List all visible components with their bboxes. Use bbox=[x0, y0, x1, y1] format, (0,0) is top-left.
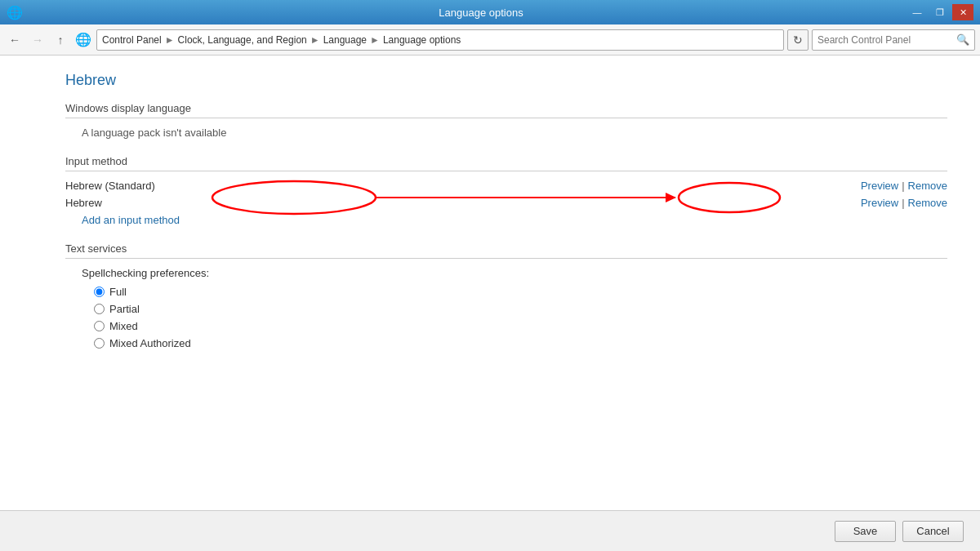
search-input[interactable] bbox=[817, 34, 953, 46]
minimize-button[interactable]: — bbox=[906, 4, 928, 20]
input-method-actions-1: Preview | Remove bbox=[861, 180, 947, 192]
radio-label-partial: Partial bbox=[109, 303, 140, 315]
radio-row-full: Full bbox=[94, 286, 947, 298]
add-input-method-link[interactable]: Add an input method bbox=[82, 214, 180, 226]
title-bar: 🌐 Language options — ❐ ✕ bbox=[0, 0, 980, 24]
remove-link-1[interactable]: Remove bbox=[908, 180, 947, 192]
window-title: Language options bbox=[56, 7, 906, 19]
radio-group-spellcheck: Full Partial Mixed Mixed Authorized bbox=[94, 286, 947, 349]
search-icon: 🔍 bbox=[956, 33, 969, 46]
back-button[interactable]: ← bbox=[5, 30, 24, 50]
radio-mixed-authorized[interactable] bbox=[94, 338, 105, 349]
breadcrumb-clock-lang-region[interactable]: Clock, Language, and Region bbox=[178, 34, 307, 46]
input-method-label: Input method bbox=[65, 155, 947, 167]
radio-mixed[interactable] bbox=[94, 321, 105, 331]
preview-link-2[interactable]: Preview bbox=[861, 197, 898, 209]
section-title: Hebrew bbox=[65, 72, 947, 89]
radio-row-partial: Partial bbox=[94, 303, 947, 315]
text-services-section: Text services Spellchecking preferences:… bbox=[65, 242, 947, 349]
remove-link-2[interactable]: Remove bbox=[908, 197, 947, 209]
radio-label-mixed: Mixed bbox=[109, 320, 138, 332]
breadcrumb-language-options[interactable]: Language options bbox=[383, 34, 461, 46]
divider-text-services bbox=[65, 258, 947, 259]
cancel-button[interactable]: Cancel bbox=[902, 521, 964, 542]
radio-row-mixed-authorized: Mixed Authorized bbox=[94, 337, 947, 349]
radio-label-mixed-authorized: Mixed Authorized bbox=[109, 337, 191, 349]
lang-pack-note: A language pack isn't available bbox=[82, 127, 947, 139]
close-button[interactable]: ✕ bbox=[952, 4, 973, 20]
address-bar: ← → ↑ 🌐 Control Panel ► Clock, Language,… bbox=[0, 24, 980, 56]
input-method-name-1: Hebrew (Standard) bbox=[65, 180, 245, 192]
input-method-row-1: Hebrew (Standard) Preview | Remove bbox=[65, 180, 947, 192]
display-language-label: Windows display language bbox=[65, 102, 947, 114]
input-method-name-2: Hebrew bbox=[65, 197, 245, 209]
divider-display-lang bbox=[65, 118, 947, 118]
search-box[interactable]: 🔍 bbox=[812, 29, 975, 51]
up-button[interactable]: ↑ bbox=[51, 30, 70, 50]
save-button[interactable]: Save bbox=[835, 521, 896, 542]
forward-button[interactable]: → bbox=[28, 30, 47, 50]
divider-input-method bbox=[65, 171, 947, 171]
bottom-bar: Save Cancel bbox=[0, 510, 980, 551]
radio-partial[interactable] bbox=[94, 304, 105, 314]
breadcrumb-control-panel[interactable]: Control Panel bbox=[102, 34, 162, 46]
radio-label-full: Full bbox=[109, 286, 127, 298]
title-bar-controls: — ❐ ✕ bbox=[906, 4, 973, 20]
refresh-button[interactable]: ↻ bbox=[787, 29, 808, 51]
input-method-section: Input method Hebrew (Standard) Preview |… bbox=[65, 155, 947, 226]
spellcheck-label: Spellchecking preferences: bbox=[82, 267, 947, 279]
radio-full[interactable] bbox=[94, 287, 105, 297]
breadcrumb-language[interactable]: Language bbox=[323, 34, 367, 46]
input-method-row-2: Hebrew Preview | Remove bbox=[65, 197, 947, 209]
preview-link-1[interactable]: Preview bbox=[861, 180, 898, 192]
input-method-actions-2: Preview | Remove bbox=[861, 197, 947, 209]
restore-button[interactable]: ❐ bbox=[929, 4, 951, 20]
radio-row-mixed: Mixed bbox=[94, 320, 947, 332]
window: 🌐 Language options — ❐ ✕ ← → ↑ 🌐 Control… bbox=[0, 0, 980, 551]
content-area: Hebrew Windows display language A langua… bbox=[0, 56, 980, 510]
text-services-label: Text services bbox=[65, 242, 947, 255]
address-path: Control Panel ► Clock, Language, and Reg… bbox=[96, 29, 784, 51]
